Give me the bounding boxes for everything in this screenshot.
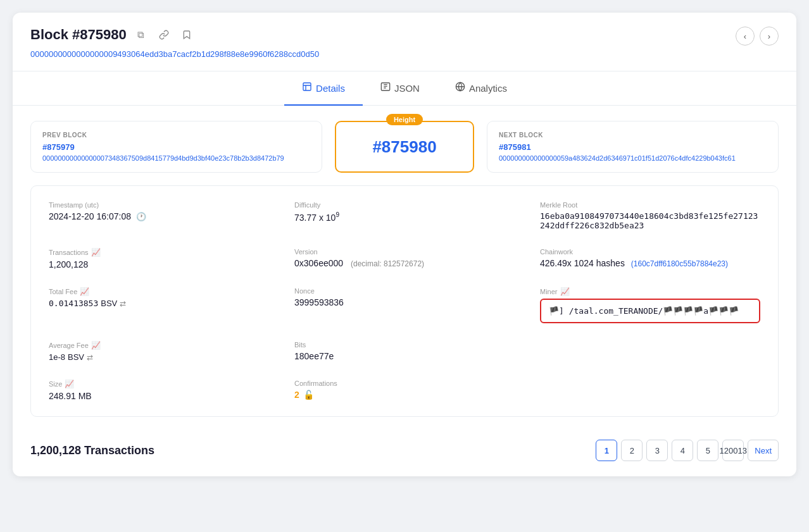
bits-label: Bits [294, 341, 515, 349]
version-item: Version 0x306ee000 (decimal: 812572672) [294, 248, 515, 269]
confirmations-value: 2 🔓 [294, 390, 515, 400]
page-btn-5[interactable]: 5 [697, 440, 718, 461]
prev-block-card: PREV BLOCK #875979 000000000000000073483… [30, 121, 322, 173]
timestamp-value: 2024-12-20 16:07:08 🕐 [49, 211, 269, 221]
nonce-item: Nonce 3999593836 [294, 287, 515, 323]
tabs-bar: Details JSON Analytics [13, 71, 796, 106]
prev-block-number[interactable]: #875979 [42, 142, 310, 152]
bits-value: 180ee77e [294, 351, 515, 361]
nonce-label: Nonce [294, 287, 515, 295]
timestamp-item: Timestamp (utc) 2024-12-20 16:07:08 🕐 [49, 201, 269, 230]
average-fee-item: Average Fee 📈 1e-8 BSV ⇄ [49, 341, 269, 362]
pagination-next-btn[interactable]: Next [748, 440, 779, 461]
transactions-value: 1,200,128 [49, 259, 269, 269]
current-block-card: Height #875980 [335, 121, 474, 173]
page-btn-4[interactable]: 4 [672, 440, 693, 461]
block-navigation-row: PREV BLOCK #875979 000000000000000073483… [13, 106, 796, 173]
total-fee-trend-icon: 📈 [80, 287, 89, 296]
tab-json-label: JSON [394, 83, 420, 94]
block-title: Block #875980 [30, 27, 127, 43]
page-btn-2[interactable]: 2 [621, 440, 643, 461]
swap-icon[interactable]: ⇄ [120, 299, 126, 308]
block-hash[interactable]: 0000000000000000009493064edd3ba7cacf2b1d… [30, 49, 319, 59]
details-section: Timestamp (utc) 2024-12-20 16:07:08 🕐 Di… [30, 185, 779, 417]
block-detail-card: Block #875980 ⧉ 000000000000000000949306… [13, 13, 796, 476]
miner-value: 🏴] /taal.com_TERANODE/🏴🏴🏴🏴a🏴🏴🏴 [549, 306, 751, 316]
confirmations-label: Confirmations [294, 380, 515, 387]
json-tab-icon [380, 82, 391, 94]
copy-icon[interactable]: ⧉ [133, 27, 149, 43]
tab-details[interactable]: Details [284, 71, 363, 106]
miner-box: 🏴] /taal.com_TERANODE/🏴🏴🏴🏴a🏴🏴🏴 [540, 299, 760, 323]
average-fee-trend-icon: 📈 [91, 341, 101, 350]
prev-block-label: PREV BLOCK [42, 132, 310, 139]
transactions-footer: 1,200,128 Transactions 1 2 3 4 5 120013 … [13, 430, 796, 476]
header-left: Block #875980 ⧉ 000000000000000000949306… [30, 27, 736, 59]
size-value: 248.91 MB [49, 391, 269, 401]
confirmations-item: Confirmations 2 🔓 [294, 380, 515, 401]
miner-item: Miner 📈 🏴] /taal.com_TERANODE/🏴🏴🏴🏴a🏴🏴🏴 [540, 287, 760, 323]
tab-analytics[interactable]: Analytics [437, 71, 525, 106]
size-label: Size 📈 [49, 380, 269, 388]
total-fee-value: 0.01413853 BSV ⇄ [49, 299, 269, 308]
chainwork-value: 426.49x 1024 hashes (160c7dff6180c55b788… [540, 258, 760, 268]
tab-json[interactable]: JSON [363, 71, 437, 106]
current-block-number: #875980 [372, 137, 436, 157]
transactions-label: Transactions 📈 [49, 248, 269, 257]
average-fee-value: 1e-8 BSV ⇄ [49, 352, 269, 362]
card-header: Block #875980 ⧉ 000000000000000000949306… [13, 13, 796, 71]
nonce-value: 3999593836 [294, 297, 515, 307]
version-decimal: (decimal: 812572672) [351, 259, 424, 268]
tab-analytics-label: Analytics [469, 83, 507, 94]
timestamp-label: Timestamp (utc) [49, 201, 269, 209]
details-grid: Timestamp (utc) 2024-12-20 16:07:08 🕐 Di… [49, 201, 760, 401]
transaction-count: 1,200,128 Transactions [30, 444, 154, 457]
lock-icon: 🔓 [303, 390, 314, 400]
tab-details-label: Details [316, 83, 345, 94]
avg-fee-swap-icon[interactable]: ⇄ [87, 353, 93, 362]
clock-icon: 🕐 [136, 212, 146, 221]
chainwork-sub: (160c7dff6180c55b7884e23) [631, 259, 728, 268]
page-btn-3[interactable]: 3 [646, 440, 668, 461]
link-icon[interactable] [156, 27, 172, 43]
average-fee-label: Average Fee 📈 [49, 341, 269, 350]
miner-label: Miner 📈 [540, 287, 760, 296]
next-block-number[interactable]: #875981 [499, 142, 767, 152]
chainwork-item: Chainwork 426.49x 1024 hashes (160c7dff6… [540, 248, 760, 269]
page-btn-1[interactable]: 1 [596, 440, 617, 461]
difficulty-item: Difficulty 73.77 x 109 [294, 201, 515, 230]
chainwork-label: Chainwork [540, 248, 760, 256]
difficulty-value: 73.77 x 109 [294, 211, 515, 223]
merkle-root-item: Merkle Root 16eba0a9108497073440e18604c3… [540, 201, 760, 230]
miner-trend-icon: 📈 [560, 287, 570, 296]
total-fee-item: Total Fee 📈 0.01413853 BSV ⇄ [49, 287, 269, 323]
svg-rect-0 [303, 83, 311, 90]
next-block-label: NEXT BLOCK [499, 132, 767, 139]
bits-item: Bits 180ee77e [294, 341, 515, 362]
spacer-item [540, 341, 760, 362]
page-btn-120013[interactable]: 120013 [722, 440, 744, 461]
details-tab-icon [302, 82, 312, 94]
next-block-nav-btn[interactable]: › [760, 27, 779, 46]
size-trend-icon: 📈 [65, 380, 74, 388]
version-label: Version [294, 248, 515, 256]
block-nav-controls: ‹ › [736, 27, 779, 46]
transactions-trend-icon: 📈 [91, 248, 101, 257]
version-value: 0x306ee000 (decimal: 812572672) [294, 258, 515, 268]
next-block-card: NEXT BLOCK #875981 000000000000000059a48… [487, 121, 779, 173]
analytics-tab-icon [455, 82, 465, 94]
height-badge: Height [386, 114, 423, 125]
size-item: Size 📈 248.91 MB [49, 380, 269, 401]
transactions-item: Transactions 📈 1,200,128 [49, 248, 269, 269]
next-block-hash[interactable]: 000000000000000059a483624d2d6346971c01f5… [499, 154, 767, 162]
pagination: 1 2 3 4 5 120013 Next [596, 440, 779, 461]
difficulty-label: Difficulty [294, 201, 515, 209]
prev-block-nav-btn[interactable]: ‹ [736, 27, 755, 46]
bookmark-icon[interactable] [179, 27, 195, 43]
prev-block-hash[interactable]: 00000000000000007348367509d8415779d4bd9d… [42, 154, 310, 162]
merkle-root-label: Merkle Root [540, 201, 760, 209]
total-fee-label: Total Fee 📈 [49, 287, 269, 296]
merkle-root-value: 16eba0a9108497073440e18604c3bd83fe125fe2… [540, 211, 760, 230]
